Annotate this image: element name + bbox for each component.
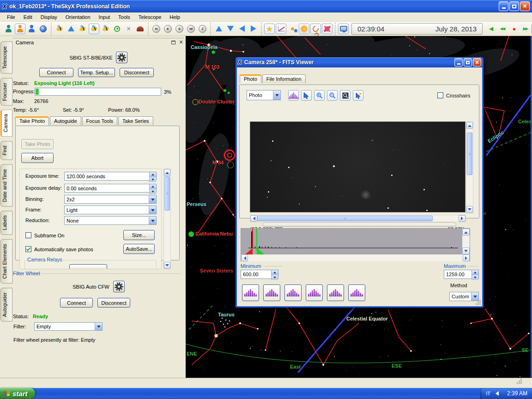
fits-viewer-titlebar[interactable]: X Camera 258* - FITS Viewer ✕ — [237, 57, 482, 67]
arrow-right-icon[interactable] — [248, 24, 259, 34]
orb-Z-icon[interactable]: Z — [197, 24, 208, 34]
sidebar-tab-find[interactable]: Find — [0, 141, 12, 160]
menu-tools[interactable]: Tools — [114, 13, 134, 21]
histogram-stretch-1-button[interactable] — [242, 284, 259, 301]
scroll-left-button[interactable] — [250, 215, 257, 222]
menu-file[interactable]: File — [3, 13, 19, 21]
subframe-size-button[interactable]: Size... — [123, 230, 155, 240]
splitter-handle[interactable] — [262, 223, 456, 227]
sidebar-tab-date-and-time[interactable]: Date and Time — [0, 164, 12, 207]
start-button[interactable]: start — [0, 388, 35, 399]
sun-icon[interactable] — [299, 24, 309, 34]
camera-disconnect-button[interactable]: Disconnect — [120, 68, 154, 77]
arrow-up-icon[interactable] — [213, 24, 224, 34]
star-icon[interactable]: ★ — [264, 24, 275, 34]
scroll-up-button[interactable] — [466, 122, 473, 129]
menu-edit[interactable]: Edit — [19, 13, 36, 21]
panel-close-icon[interactable]: ✕ — [178, 39, 184, 45]
camera-relays-button[interactable] — [69, 264, 107, 269]
arrow-left-icon[interactable] — [236, 24, 247, 34]
rewind-icon[interactable]: ◀◀ — [497, 24, 508, 34]
sidebar-tab-autoguider[interactable]: Autoguider — [0, 288, 12, 321]
star-chart[interactable]: CassiopeiaM 103Double ClusterM 34Perseus… — [186, 36, 531, 378]
dots-icon[interactable] — [287, 24, 298, 34]
histogram-stretch-6-button[interactable] — [348, 284, 365, 301]
fits-minimize-button[interactable] — [454, 58, 463, 66]
figure-blue-icon[interactable] — [26, 24, 37, 34]
sidebar-tab-chart-elements[interactable]: Chart Elements — [0, 239, 12, 284]
orb-N-icon[interactable]: N — [151, 24, 162, 34]
maximize-button[interactable] — [509, 1, 519, 11]
globe-icon[interactable] — [38, 24, 48, 34]
take-photo-button[interactable]: Take Photo — [21, 139, 54, 149]
step-back-icon[interactable]: ◀ — [485, 24, 496, 34]
menu-help[interactable]: Help — [165, 13, 184, 21]
filter-wheel-disconnect-button[interactable]: Disconnect — [97, 298, 130, 308]
helmet-icon[interactable] — [135, 24, 145, 34]
tray-expand-icon[interactable] — [493, 391, 499, 396]
sidebar-tab-labels[interactable]: Labels — [0, 211, 12, 235]
filter-wheel-settings-gear-button[interactable] — [113, 281, 125, 292]
menu-display[interactable]: Display — [36, 13, 61, 21]
histogram-plot[interactable] — [241, 229, 462, 254]
tab-autoguide[interactable]: Autoguide — [50, 116, 81, 125]
cursor-tool-button[interactable] — [301, 90, 312, 101]
exposure-delay-spinbox[interactable]: 0.00 seconds — [64, 184, 157, 193]
display-mode-combo[interactable]: Photo — [247, 90, 281, 100]
scroll-down-button[interactable] — [462, 248, 470, 254]
bee-lock-icon[interactable] — [100, 24, 111, 34]
histogram-tool-button[interactable] — [288, 90, 299, 101]
minimum-spinbox[interactable]: 600.00 — [241, 270, 278, 279]
spiral-icon[interactable] — [310, 24, 321, 34]
fits-tab-photo[interactable]: Photo — [240, 74, 261, 83]
temp-setup-button[interactable]: Temp. Setup... — [78, 68, 115, 77]
fits-viewer-window[interactable]: X Camera 258* - FITS Viewer ✕ PhotoFile … — [236, 57, 484, 308]
frame-combo[interactable]: Light — [64, 206, 157, 214]
language-indicator[interactable]: IT — [486, 391, 490, 396]
sidebar-tab-camera[interactable]: Camera — [0, 109, 12, 137]
zoom-out-tool-button[interactable] — [327, 90, 338, 101]
orb-S-icon[interactable]: S — [174, 24, 185, 34]
exposure-time-spinbox[interactable]: 120.000 seconds — [64, 172, 157, 181]
abort-button[interactable]: Abort — [21, 153, 54, 163]
histogram-stretch-4-button[interactable] — [306, 284, 323, 301]
method-combo[interactable]: Custom — [449, 292, 479, 301]
bee-down-icon[interactable] — [77, 24, 88, 34]
scroll-left-button[interactable] — [241, 254, 248, 261]
histogram-stretch-3-button[interactable] — [284, 284, 302, 301]
camera-settings-gear-button[interactable] — [116, 52, 127, 63]
histogram-vertical-scrollbar[interactable] — [462, 229, 470, 254]
scroll-up-button[interactable] — [462, 229, 470, 236]
arrow-up-icon[interactable] — [66, 24, 76, 34]
menu-telescope[interactable]: Telescope — [134, 13, 166, 21]
orb-W-icon[interactable]: W — [186, 24, 196, 34]
close-button[interactable]: ✕ — [520, 1, 530, 11]
fits-image[interactable] — [250, 121, 466, 212]
chart-line-icon[interactable] — [276, 24, 286, 34]
scroll-down-button[interactable] — [466, 206, 473, 213]
crosshairs-checkbox[interactable] — [437, 92, 443, 98]
maximum-spinbox[interactable]: 1259.00 — [444, 270, 479, 279]
subframe-checkbox[interactable] — [25, 232, 31, 238]
splat-icon[interactable] — [322, 24, 332, 34]
target-icon[interactable] — [112, 24, 122, 34]
tab-take-series[interactable]: Take Series — [118, 116, 153, 125]
settings-scrollbar[interactable] — [163, 169, 171, 269]
scroll-right-button[interactable] — [459, 215, 466, 222]
bee-icon[interactable] — [89, 24, 99, 34]
resize-grip[interactable] — [479, 303, 481, 305]
fast-forward-icon[interactable]: ▶▶ — [520, 24, 531, 34]
histogram-stretch-2-button[interactable] — [263, 284, 280, 301]
camera-connect-button[interactable]: Connect — [39, 68, 73, 77]
pointer-info-tool-button[interactable] — [353, 90, 363, 101]
autosave-button[interactable]: AutoSave... — [123, 244, 155, 254]
autosave-checkbox[interactable] — [25, 246, 31, 252]
histogram-stretch-5-button[interactable] — [327, 284, 344, 301]
orb-E-icon[interactable]: E — [163, 24, 173, 34]
zoom-in-tool-button[interactable] — [314, 90, 325, 101]
tab-take-photo[interactable]: Take Photo — [15, 116, 49, 125]
bee-chart-icon[interactable] — [54, 24, 65, 34]
scroll-up-button[interactable] — [164, 169, 170, 176]
monitor-clock-icon[interactable] — [338, 24, 349, 34]
menu-orientation[interactable]: Orientation — [61, 13, 95, 21]
